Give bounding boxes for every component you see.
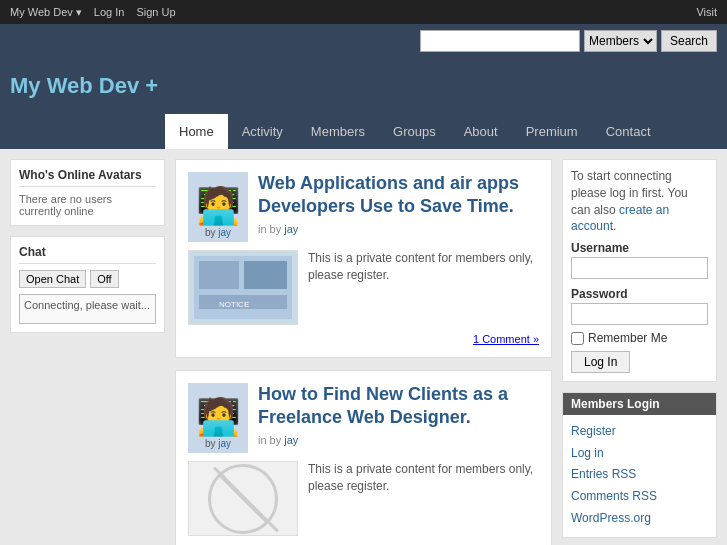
post-body: This is a private content for members on… [188,461,539,536]
sidebar-right: To start connecting please log in first.… [562,159,717,545]
admin-site-name-text: My Web Dev [10,6,73,18]
post-header: 🧑‍💻 by jay Web Applications and air apps… [188,172,539,242]
admin-visit[interactable]: Visit [696,6,717,18]
post-author-label: by jay [205,438,231,449]
nav-spacer [0,114,165,149]
nav-item-members[interactable]: Members [297,114,379,149]
username-label: Username [571,241,708,255]
admin-log-in[interactable]: Log In [94,6,125,18]
chat-widget: Chat Open Chat Off Connecting, please wa… [10,236,165,333]
post-header: 🧑‍💻 by jay How to Find New Clients as a … [188,383,539,453]
admin-bar: My Web Dev ▾ Log In Sign Up Visit [0,0,727,24]
post-meta: in by jay [258,223,539,235]
members-link-log-in[interactable]: Log in [571,443,708,465]
login-widget: To start connecting please log in first.… [562,159,717,382]
post-thumbnail: NOTICE [188,250,298,325]
post-author-link[interactable]: jay [218,227,231,238]
search-category-select[interactable]: Members [584,30,657,52]
svg-rect-2 [199,261,239,289]
nav-item-activity[interactable]: Activity [228,114,297,149]
password-label: Password [571,287,708,301]
thumbnail-image: NOTICE [189,251,297,324]
whos-online-message: There are no users currently online [19,193,156,217]
post-avatar: 🧑‍💻 by jay [188,383,248,453]
nav-item-home[interactable]: Home [165,114,228,149]
remember-me-label: Remember Me [588,331,667,345]
post-title-area: How to Find New Clients as a Freelance W… [258,383,539,453]
chat-title: Chat [19,245,156,264]
post-footer: 1 Comment » [188,333,539,345]
svg-rect-3 [244,261,287,289]
nav-item-premium[interactable]: Premium [512,114,592,149]
nav-item-about[interactable]: About [450,114,512,149]
members-login-header: Members Login [563,393,716,415]
site-title: My Web Dev + [10,58,717,114]
password-input[interactable] [571,303,708,325]
nav: HomeActivityMembersGroupsAboutPremiumCon… [0,114,727,149]
comment-count-link[interactable]: 1 Comment » [473,333,539,345]
whos-online-widget: Who's Online Avatars There are no users … [10,159,165,226]
post-meta: in by jay [258,434,539,446]
no-image-icon [208,464,278,534]
nav-item-contact[interactable]: Contact [592,114,665,149]
username-input[interactable] [571,257,708,279]
search-bar: Members Search [0,24,727,58]
post-card: 🧑‍💻 by jay How to Find New Clients as a … [175,370,552,545]
post-avatar: 🧑‍💻 by jay [188,172,248,242]
avatar-figure: 🧑‍💻 [196,185,241,227]
post-category-link[interactable]: jay [284,434,298,446]
post-author-link[interactable]: jay [218,438,231,449]
sidebar-left: Who's Online Avatars There are no users … [10,159,165,545]
post-title[interactable]: How to Find New Clients as a Freelance W… [258,383,539,430]
post-title[interactable]: Web Applications and air apps Developers… [258,172,539,219]
chat-status: Connecting, please wait... [19,294,156,324]
chat-buttons: Open Chat Off [19,270,156,288]
avatar-figure: 🧑‍💻 [196,396,241,438]
content-wrapper: Who's Online Avatars There are no users … [0,149,727,545]
post-card: 🧑‍💻 by jay Web Applications and air apps… [175,159,552,358]
admin-site-name[interactable]: My Web Dev ▾ [10,6,82,19]
no-thumbnail [189,462,297,535]
header: My Web Dev + [0,58,727,114]
members-login-widget: Members Login RegisterLog inEntries RSSC… [562,392,717,538]
whos-online-title: Who's Online Avatars [19,168,156,187]
post-thumbnail [188,461,298,536]
members-link-comments-rss[interactable]: Comments RSS [571,486,708,508]
login-button[interactable]: Log In [571,351,630,373]
search-button[interactable]: Search [661,30,717,52]
members-link-wordpress.org[interactable]: WordPress.org [571,508,708,530]
post-title-area: Web Applications and air apps Developers… [258,172,539,242]
nav-list: HomeActivityMembersGroupsAboutPremiumCon… [165,114,727,149]
chat-off-button[interactable]: Off [90,270,118,288]
members-link-entries-rss[interactable]: Entries RSS [571,464,708,486]
admin-sign-up[interactable]: Sign Up [136,6,175,18]
post-category-link[interactable]: jay [284,223,298,235]
post-body: NOTICE This is a private content for mem… [188,250,539,325]
login-prompt: To start connecting please log in first.… [571,168,708,235]
members-link-register[interactable]: Register [571,421,708,443]
svg-text:NOTICE: NOTICE [219,300,249,309]
search-input[interactable] [420,30,580,52]
main-content: 🧑‍💻 by jay Web Applications and air apps… [175,159,552,545]
title-plus: + [145,73,158,98]
nav-item-groups[interactable]: Groups [379,114,450,149]
post-excerpt: This is a private content for members on… [308,250,539,325]
post-excerpt: This is a private content for members on… [308,461,539,536]
post-author-label: by jay [205,227,231,238]
admin-dropdown-icon: ▾ [76,6,82,18]
members-login-links: RegisterLog inEntries RSSComments RSSWor… [571,421,708,529]
open-chat-button[interactable]: Open Chat [19,270,86,288]
remember-me-checkbox[interactable] [571,332,584,345]
